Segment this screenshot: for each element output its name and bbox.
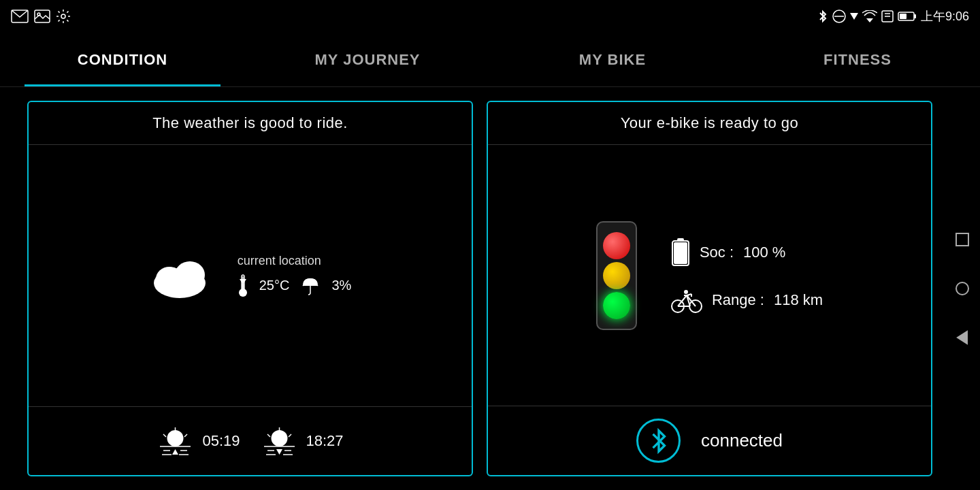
svg-marker-7 [866, 18, 873, 22]
svg-marker-27 [172, 449, 178, 455]
sunset-info: 18:27 [261, 426, 344, 457]
bike-top-section: Soc : 100 % [488, 145, 931, 406]
svg-point-16 [175, 261, 205, 289]
range-row: Range : 118 km [671, 287, 823, 313]
weather-header: The weather is good to ride. [29, 102, 472, 145]
svg-rect-43 [674, 242, 687, 264]
bluetooth-icon [817, 9, 828, 24]
svg-marker-56 [958, 331, 967, 344]
svg-rect-12 [914, 14, 916, 18]
sunrise-icon [157, 426, 194, 457]
block-icon [832, 10, 846, 23]
sunrise-info: 05:19 [157, 426, 240, 457]
battery-status-icon [671, 238, 690, 267]
bike-body: Soc : 100 % [488, 145, 931, 475]
bluetooth-connected-icon [636, 419, 681, 463]
dropdown-icon [850, 13, 858, 20]
status-bar: 上午9:06 [0, 0, 980, 33]
tab-bar: CONDITION MY JOURNEY MY BIKE FITNESS [0, 33, 980, 87]
main-content: The weather is good to ride. current loc… [0, 87, 980, 490]
mail-icon [11, 10, 29, 23]
svg-marker-21 [240, 279, 246, 284]
cloud-icon [149, 250, 217, 301]
square-icon[interactable] [951, 229, 973, 250]
tab-my-bike[interactable]: MY BIKE [490, 33, 735, 86]
soc-value: 100 % [743, 244, 785, 261]
weather-stats: 25°C 3% [238, 274, 352, 298]
svg-line-34 [267, 434, 270, 437]
battery-icon [898, 11, 917, 22]
svg-line-35 [289, 434, 291, 437]
thermometer-icon [238, 274, 248, 298]
rain-percent: 3% [331, 278, 351, 293]
sunset-time: 18:27 [306, 432, 344, 450]
svg-line-26 [184, 434, 187, 437]
bike-stats: Soc : 100 % [671, 238, 823, 313]
range-label: Range : [712, 291, 764, 309]
green-light [603, 292, 630, 319]
soc-row: Soc : 100 % [671, 238, 823, 267]
status-bar-left-icons [11, 0, 71, 33]
wifi-icon [862, 10, 877, 22]
svg-line-25 [163, 434, 166, 437]
temperature-value: 25°C [259, 278, 290, 293]
bike-bottom-section: connected [488, 406, 931, 475]
gear-icon [56, 9, 71, 24]
tab-condition[interactable]: CONDITION [0, 33, 245, 86]
bike-card: Your e-bike is ready to go [487, 101, 932, 476]
weather-bottom-section: 05:19 [29, 407, 472, 475]
svg-point-53 [684, 290, 688, 294]
weather-card: The weather is good to ride. current loc… [27, 101, 473, 476]
umbrella-icon [300, 276, 321, 296]
yellow-light [603, 262, 630, 289]
sunset-icon [261, 426, 298, 457]
image-icon [34, 10, 50, 23]
bike-header: Your e-bike is ready to go [488, 102, 931, 145]
signal-icon [881, 10, 894, 22]
traffic-light [596, 221, 637, 330]
back-icon[interactable] [951, 327, 973, 348]
tab-my-journey[interactable]: MY JOURNEY [245, 33, 490, 86]
svg-rect-1 [35, 10, 50, 22]
weather-info: current location 25°C [238, 254, 352, 298]
svg-point-3 [61, 14, 65, 18]
svg-rect-54 [956, 233, 968, 246]
sunrise-time: 05:19 [202, 432, 240, 450]
svg-rect-13 [900, 14, 906, 19]
tab-fitness[interactable]: FITNESS [735, 33, 980, 86]
circle-icon[interactable] [951, 278, 973, 299]
range-value: 118 km [774, 291, 823, 309]
svg-point-55 [956, 282, 968, 295]
soc-label: Soc : [700, 244, 734, 261]
red-light [603, 232, 630, 259]
side-navigation-icons [951, 229, 973, 348]
connection-status: connected [701, 430, 783, 451]
location-label: current location [238, 254, 352, 268]
weather-top-section: current location 25°C [29, 145, 472, 407]
weather-body: current location 25°C [29, 145, 472, 475]
status-right-icons: 上午9:06 [817, 8, 969, 24]
svg-marker-36 [276, 449, 282, 455]
status-time: 上午9:06 [921, 8, 969, 24]
svg-marker-6 [850, 13, 858, 20]
bicycle-icon [671, 287, 702, 313]
